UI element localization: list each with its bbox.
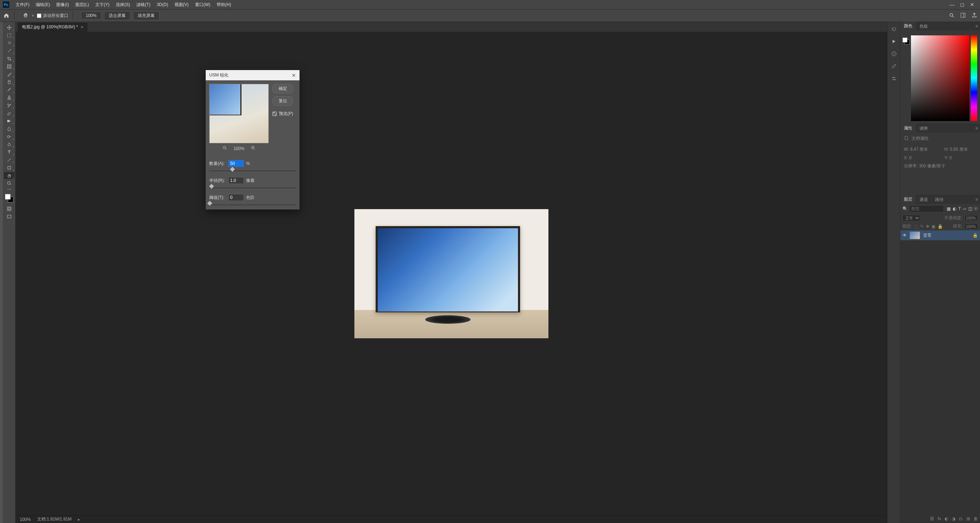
zoom-out-icon[interactable] [222, 145, 227, 151]
menu-file[interactable]: 文件(F) [13, 0, 32, 9]
panel-menu-icon[interactable]: ≡ [975, 24, 980, 29]
status-zoom[interactable]: 100% [20, 517, 31, 522]
zoom-100-button[interactable]: 100% [81, 12, 101, 19]
blur-tool[interactable] [4, 125, 14, 132]
info-icon[interactable] [891, 51, 897, 58]
menu-select[interactable]: 选择(S) [113, 0, 133, 9]
close-icon[interactable]: ✕ [292, 73, 296, 78]
brushes-icon[interactable] [891, 64, 897, 70]
share-icon[interactable] [972, 13, 977, 19]
mask-icon[interactable]: ◐ [945, 516, 948, 521]
canvas[interactable] [355, 209, 549, 338]
fx-icon[interactable]: fx [938, 516, 941, 521]
screenmode-tool[interactable] [4, 213, 14, 220]
home-icon[interactable] [3, 12, 10, 19]
type-tool[interactable] [4, 149, 14, 156]
gradient-tool[interactable] [4, 118, 14, 124]
filter-shape-icon[interactable]: ▱ [963, 206, 966, 211]
amount-slider[interactable] [209, 169, 296, 173]
color-field[interactable] [911, 35, 969, 121]
zoom-tool[interactable] [4, 180, 14, 187]
actions-icon[interactable] [891, 38, 897, 45]
lock-nest-icon[interactable]: ▣ [932, 224, 935, 229]
move-tool[interactable] [4, 24, 14, 31]
tab-layers[interactable]: 图层 [900, 195, 916, 204]
pen-tool[interactable] [4, 141, 14, 148]
history-icon[interactable] [891, 26, 897, 33]
radius-slider[interactable] [209, 185, 296, 191]
link-icon[interactable]: ⛓ [930, 516, 934, 521]
lock-icon[interactable]: 🔒 [937, 224, 943, 229]
window-minimize[interactable]: — [950, 2, 955, 8]
tab-color[interactable]: 颜色 [900, 22, 916, 31]
crop-tool[interactable] [4, 55, 14, 62]
reset-button[interactable]: 复位 [272, 96, 293, 106]
settings-icon[interactable] [891, 76, 897, 83]
document-tab[interactable]: 电视2.jpg @ 100%(RGB/8#) * × [18, 22, 88, 32]
search-icon[interactable] [949, 13, 955, 19]
zoom-in-icon[interactable] [251, 145, 256, 151]
layer-filter-icons[interactable]: ▦ ◐ T ▱ ◫ [947, 206, 972, 211]
filter-adjust-icon[interactable]: ◐ [953, 206, 956, 211]
hand-tool[interactable] [4, 172, 14, 179]
menu-window[interactable]: 窗口(W) [192, 0, 213, 9]
filter-smart-icon[interactable]: ◫ [968, 206, 972, 211]
dodge-tool[interactable] [4, 133, 14, 140]
lock-all-icon[interactable]: ⬚ [914, 224, 918, 229]
lock-pos-icon[interactable]: ✥ [926, 224, 929, 229]
opacity-input[interactable] [964, 215, 978, 221]
scroll-all-checkbox[interactable]: 滚动所有窗口 [37, 13, 68, 19]
blend-mode-select[interactable]: 正常 [902, 215, 920, 221]
tab-properties[interactable]: 属性 [900, 124, 916, 133]
status-doc[interactable]: 文档:1.91M/1.91M [37, 516, 72, 522]
close-icon[interactable]: × [81, 25, 83, 30]
menu-type[interactable]: 文字(Y) [92, 0, 112, 9]
menu-edit[interactable]: 编辑(E) [33, 0, 53, 9]
radius-input[interactable] [228, 177, 244, 184]
window-close[interactable]: ✕ [970, 2, 974, 8]
layer-item[interactable]: 👁 背景 🔒 [900, 231, 980, 240]
quickmask-tool[interactable] [4, 205, 14, 212]
fill-input[interactable] [964, 224, 978, 229]
amount-input[interactable] [228, 160, 244, 167]
lasso-tool[interactable] [4, 40, 14, 47]
tab-adjustments[interactable]: 调整 [916, 124, 932, 133]
frame-tool[interactable] [4, 63, 14, 70]
fit-screen-button[interactable]: 适合屏幕 [104, 11, 130, 20]
dialog-preview[interactable] [209, 84, 269, 143]
magic-wand-tool[interactable] [4, 48, 14, 54]
threshold-slider[interactable] [209, 202, 296, 207]
panel-fg-bg[interactable] [902, 38, 910, 45]
panel-menu-icon[interactable]: ≡ [975, 126, 980, 131]
menu-layer[interactable]: 图层(L) [73, 0, 92, 9]
visibility-icon[interactable]: 👁 [902, 233, 907, 238]
workspace-icon[interactable] [960, 13, 966, 19]
eraser-tool[interactable] [4, 110, 14, 117]
path-tool[interactable] [4, 156, 14, 164]
healing-tool[interactable] [4, 79, 14, 86]
fill-screen-button[interactable]: 填充屏幕 [133, 11, 159, 20]
ok-button[interactable]: 确定 [272, 84, 293, 94]
menu-image[interactable]: 图像(I) [54, 0, 72, 9]
shape-tool[interactable] [4, 164, 14, 171]
lock-paint-icon[interactable]: ✎ [920, 224, 924, 229]
color-swatches[interactable] [5, 194, 13, 202]
group-icon[interactable]: 🗀 [959, 516, 963, 521]
menu-help[interactable]: 帮助(H) [214, 0, 234, 9]
filter-type-icon[interactable]: T [958, 206, 961, 211]
menu-filter[interactable]: 滤镜(T) [134, 0, 153, 9]
adjustment-icon[interactable]: ◑ [952, 516, 955, 521]
window-maximize[interactable]: ◻ [960, 2, 964, 8]
history-brush-tool[interactable] [4, 102, 14, 109]
tab-channels[interactable]: 通道 [916, 196, 932, 204]
marquee-tool[interactable] [4, 32, 14, 39]
tab-paths[interactable]: 路径 [932, 196, 947, 204]
hue-slider[interactable] [971, 35, 977, 121]
brush-tool[interactable] [4, 86, 14, 94]
dialog-titlebar[interactable]: USM 锐化 ✕ [206, 70, 299, 80]
preview-checkbox[interactable]: 预览(P) [272, 111, 293, 117]
filter-pixel-icon[interactable]: ▦ [947, 206, 951, 211]
threshold-input[interactable] [228, 194, 244, 201]
new-layer-icon[interactable]: ⊞ [967, 516, 970, 521]
layer-name[interactable]: 背景 [923, 232, 932, 238]
